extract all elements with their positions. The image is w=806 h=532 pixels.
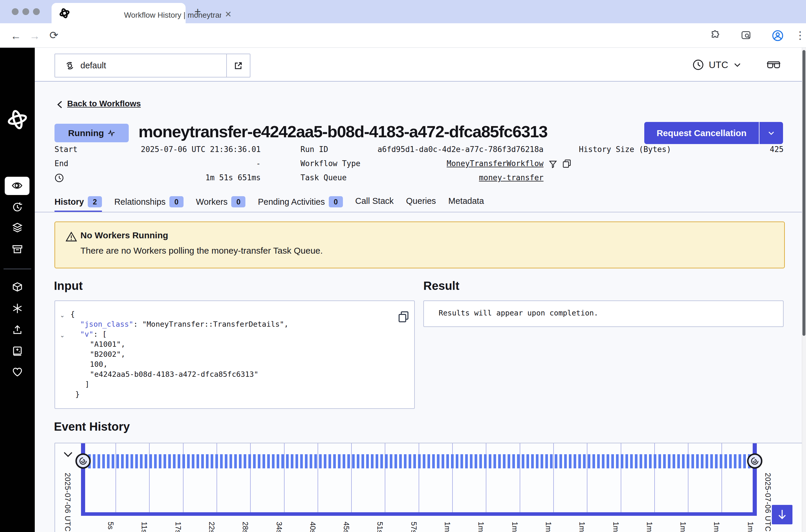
heartbeat-pulse-icon: [108, 129, 115, 137]
code-line: "e4242aa5-b08d-4183-a472-dfca85fc6313": [90, 370, 258, 379]
status-badge: Running: [55, 124, 129, 142]
timeline-gridline: [284, 443, 285, 512]
window-minimize-button[interactable]: [22, 8, 29, 15]
alert-title: No Workers Running: [80, 230, 168, 240]
timeline-gridline: [250, 443, 251, 512]
temporal-favicon-icon: [59, 8, 70, 19]
sidebar-item-deployments[interactable]: [12, 281, 23, 293]
result-placeholder: Results will appear upon completion.: [439, 309, 598, 317]
code-collapse-chevron-icon[interactable]: ⌄: [60, 332, 65, 339]
workflow-current-marker[interactable]: [747, 453, 762, 469]
tab-workers-count: 0: [231, 196, 245, 207]
run-id-label: Run ID: [301, 145, 328, 154]
window-close-button[interactable]: [12, 8, 19, 15]
window-zoom-button[interactable]: [33, 8, 40, 15]
timeline-gridline: [385, 443, 385, 512]
temporal-logo[interactable]: [7, 106, 28, 134]
scrollbar-thumb[interactable]: [803, 50, 805, 336]
task-queue-link[interactable]: money-transfer: [353, 173, 543, 182]
namespace-selector[interactable]: default: [55, 54, 250, 77]
duration-value: 1m 51s 651ms: [133, 173, 261, 182]
browser-tab[interactable]: Workflow History | moneytran ✕: [52, 3, 186, 23]
chevron-down-icon: [733, 60, 742, 69]
tab-close-icon[interactable]: ✕: [225, 10, 232, 19]
timeline-tick-label: 1m: [645, 522, 654, 532]
filter-icon[interactable]: [549, 160, 557, 169]
sidebar-item-docs[interactable]: [12, 345, 23, 357]
reload-icon[interactable]: ⟳: [50, 29, 58, 41]
new-tab-button[interactable]: +: [194, 5, 201, 18]
result-card: Results will appear upon completion.: [423, 301, 784, 327]
browser-menu-icon[interactable]: ⋮: [795, 29, 805, 41]
back-to-workflows-link[interactable]: Back to Workflows: [67, 99, 141, 109]
copy-icon[interactable]: [562, 159, 572, 169]
namespace-external-link[interactable]: [226, 54, 250, 77]
tab-relationships-count: 0: [169, 196, 184, 207]
code-line: "A1001",: [90, 340, 125, 348]
timeline-tick-label: 40s: [308, 522, 317, 532]
workflow-title: moneytransfer-e4242aa5-b08d-4183-a472-df…: [138, 122, 548, 141]
timeline-gridline: [520, 443, 520, 512]
workflow-type-link[interactable]: MoneyTransferWorkflow: [353, 159, 543, 168]
tab-pending-activities[interactable]: Pending Activities 0: [258, 196, 343, 211]
sidebar-item-feedback[interactable]: [12, 366, 23, 378]
app-sidebar: 2.34.0: [0, 48, 35, 532]
timeline-tick-label: 1m: [544, 522, 553, 532]
arrow-down-icon: [776, 509, 788, 520]
scroll-to-bottom-button[interactable]: [772, 505, 792, 524]
namespace-name: default: [80, 61, 106, 71]
timeline-gridline: [419, 443, 419, 512]
timeline-tick-label: 51s: [376, 522, 384, 532]
code-line: "json_class": "MoneyTransfer::TransferDe…: [80, 320, 288, 328]
timezone-selector[interactable]: UTC: [692, 58, 742, 72]
input-code: ⌄{"json_class": "MoneyTransfer::Transfer…: [55, 301, 415, 409]
timeline-gridline: [183, 443, 184, 512]
tab-history[interactable]: History 2: [55, 196, 102, 212]
tabs-divider: [35, 212, 802, 212]
tab-search-icon[interactable]: [741, 30, 752, 41]
timeline-tick-label: 5s: [107, 522, 115, 529]
namespace-icon: [64, 60, 75, 71]
task-queue-label: Task Queue: [301, 173, 347, 182]
code-line: ]: [85, 380, 90, 388]
forward-icon[interactable]: →: [30, 30, 40, 42]
sidebar-item-archive[interactable]: [12, 243, 23, 255]
workflow-start-marker[interactable]: [75, 453, 91, 469]
tab-title: Workflow History | moneytran: [124, 11, 221, 20]
tab-call-stack[interactable]: Call Stack: [355, 196, 394, 209]
extensions-icon[interactable]: [709, 30, 721, 41]
warning-triangle-icon: [66, 231, 77, 242]
sidebar-item-import[interactable]: [12, 324, 23, 336]
history-size-label: History Size (Bytes): [579, 145, 671, 154]
timeline-gridline: [553, 443, 554, 512]
copy-input-icon[interactable]: [398, 310, 410, 323]
sidebar-item-task-queues[interactable]: [12, 222, 23, 234]
run-id-value: a6fd95d1-da0c-4d2e-a77c-786f3d76218a: [353, 145, 543, 154]
profile-avatar-icon[interactable]: [772, 30, 784, 41]
timeline-gridline: [621, 443, 621, 512]
sidebar-item-workflows[interactable]: [5, 177, 30, 195]
request-cancellation-button[interactable]: Request Cancellation: [644, 122, 783, 144]
labs-glasses-icon[interactable]: [766, 58, 781, 72]
sidebar-item-schedules[interactable]: [12, 201, 23, 213]
timeline-tick-label: 1m: [578, 522, 586, 532]
tab-relationships[interactable]: Relationships 0: [114, 196, 184, 211]
code-collapse-chevron-icon[interactable]: ⌄: [60, 312, 65, 319]
timeline-gridline: [351, 443, 352, 512]
back-icon[interactable]: ←: [11, 30, 21, 42]
timeline-gridline: [486, 443, 486, 512]
running-spiral-icon: [79, 457, 87, 465]
tab-metadata[interactable]: Metadata: [448, 196, 484, 209]
tab-workers[interactable]: Workers 0: [196, 196, 245, 211]
timeline-tick-label: 17s: [174, 522, 183, 532]
timeline-gridline: [318, 443, 318, 512]
namespace-current[interactable]: default: [55, 54, 226, 77]
timeline-event-band[interactable]: [88, 454, 753, 468]
cancellation-menu-button[interactable]: [760, 129, 783, 137]
tab-queries[interactable]: Queries: [406, 196, 436, 209]
timeline-gridline: [722, 443, 722, 512]
sidebar-item-nexus[interactable]: [12, 303, 23, 314]
code-line: {: [71, 310, 75, 319]
input-heading: Input: [54, 279, 83, 292]
back-chevron-icon[interactable]: [56, 100, 64, 109]
